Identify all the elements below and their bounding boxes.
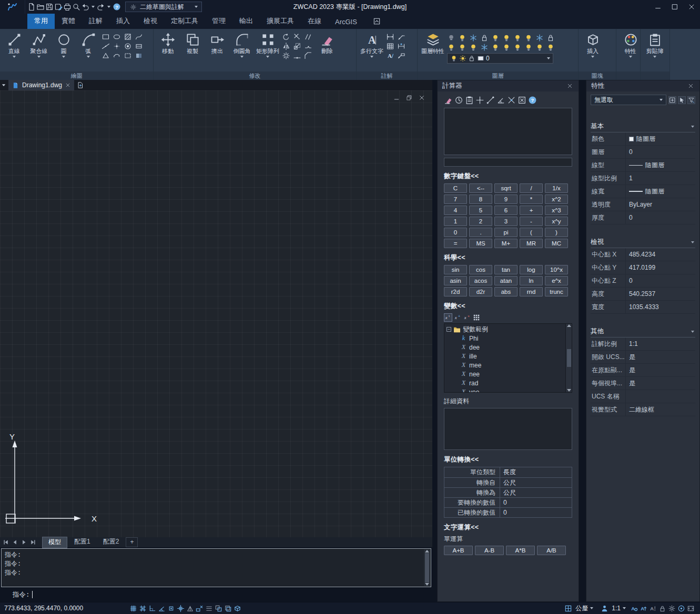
block-group-label[interactable]: 圖塊 [579,71,616,80]
property-value[interactable]: 是 [625,364,695,376]
break-icon[interactable] [304,42,312,50]
help-icon[interactable]: ? [528,96,537,105]
annotation-group-label[interactable]: 註解 [357,71,417,80]
calc-sci-key-acos[interactable]: acos [469,276,492,285]
ribbon-button-layer-properties[interactable]: 圖層特性 [420,31,445,55]
otrack-icon[interactable] [177,605,185,612]
units-header[interactable]: 單位轉換<< [444,455,572,464]
layer-current-icon[interactable] [447,43,455,52]
layer-on-all-icon[interactable] [513,34,522,42]
edit-variable-icon[interactable]: x+ [453,313,462,322]
calc-key-0[interactable]: 0 [444,228,467,237]
layer-previous-icon[interactable] [502,34,511,42]
property-value[interactable]: 1:1 [625,337,695,350]
add-layout-button[interactable]: + [126,537,138,547]
layout-tab-2[interactable]: 配置2 [97,537,125,548]
calculator-title-bar[interactable]: 計算器 [438,80,579,91]
ribbon-tab-6[interactable]: 管理 [205,14,232,29]
ribbon-button-fillet[interactable]: 倒圓角 [230,31,253,58]
ribbon-button-insert-block[interactable]: 插入 [581,31,604,58]
ribbon-tab-9[interactable]: 在線 [301,14,328,29]
layout-tab-1[interactable]: 配置1 [68,537,96,548]
calc-sci-key-ln[interactable]: ln [520,276,543,285]
grid-icon[interactable] [129,605,137,612]
osnap-icon[interactable] [167,605,175,612]
property-value[interactable]: 1 [625,172,695,185]
variables-tree[interactable]: −變數範例kPhiXdeeXilleXmeeXneeXradXvee [444,323,572,393]
variables-tree-root[interactable]: −變數範例 [447,325,564,334]
point-icon[interactable] [113,42,121,50]
calc-sci-key-rnd[interactable]: rnd [520,287,543,296]
calc-key-7[interactable]: 7 [444,195,467,204]
rotate-icon[interactable] [282,33,290,41]
text-op-ab[interactable]: A*B [506,546,535,555]
scroll-up-icon[interactable] [425,550,429,552]
calc-point-icon[interactable] [475,96,484,105]
layer-fade-icon[interactable] [513,43,522,52]
calc-distance-icon[interactable] [486,96,495,105]
ribbon-tab-7[interactable]: 輸出 [232,14,260,29]
property-value[interactable]: 0 [625,211,695,224]
variable-item-nee[interactable]: Xnee [447,370,564,378]
delete-variable-icon[interactable]: x× [463,313,471,322]
numpad-header[interactable]: 數字鍵盤<< [444,172,572,181]
table-icon[interactable] [386,42,394,50]
property-value[interactable]: 二維線框 [625,403,695,416]
calculator-input[interactable] [444,158,572,167]
rectangle-icon[interactable] [102,33,110,41]
ribbon-tab-10[interactable]: ArcGIS [328,15,364,29]
construction-line-icon[interactable] [102,42,110,50]
tree-expander-icon[interactable]: − [447,327,451,332]
calc-history-icon[interactable] [454,96,463,105]
property-value[interactable]: 隨圖層 [625,159,695,171]
draw-group-label[interactable]: 繪圖 [0,71,153,80]
layer-unlock-icon[interactable] [546,34,555,42]
save-icon[interactable] [45,3,54,11]
calc-sci-key-atan[interactable]: atan [494,276,518,285]
text-op-ab[interactable]: A-B [475,546,504,555]
calc-key-pi[interactable]: pi [494,228,518,237]
calc-clear-icon[interactable] [444,96,453,105]
scroll-down-icon[interactable] [567,389,571,392]
calc-sci-key-asin[interactable]: asin [444,276,467,285]
layer-bridge-icon[interactable] [535,43,544,52]
ribbon-button-palette[interactable]: 特性 [619,31,642,58]
calc-key-6[interactable]: 6 [494,206,518,215]
calc-key-r2c3[interactable]: + [520,206,543,215]
ribbon-tab-5[interactable]: 定制工具 [164,14,205,29]
layer-thaw-all-icon[interactable] [535,34,544,42]
text-op-ab[interactable]: A+B [444,546,473,555]
command-history[interactable]: 指令:指令:指令: [1,548,431,587]
calc-key-2[interactable]: 2 [469,217,492,226]
variable-item-mee[interactable]: Xmee [447,361,564,370]
calc-intersection-icon[interactable] [507,96,516,105]
calc-close-icon[interactable] [518,96,526,105]
region-icon[interactable] [135,42,143,50]
units-dropdown[interactable]: 公釐 [561,603,595,613]
tree-scrollbar[interactable] [565,324,572,392]
ribbon-button-erase[interactable]: 刪除 [316,31,339,55]
calc-key-x3[interactable]: x^3 [545,206,568,215]
chamfer-icon[interactable] [304,52,312,60]
property-group-header-1[interactable]: 檢視 [591,237,695,248]
help-icon[interactable]: ? [113,3,121,11]
undo-icon[interactable] [81,3,89,11]
cycling-icon[interactable] [224,605,232,612]
command-prompt[interactable]: 指令: [1,589,431,600]
ribbon-button-arc[interactable]: 弧 [77,31,100,58]
calc-key-x2[interactable]: x^2 [545,195,568,204]
scroll-down-icon[interactable] [425,583,429,586]
text-style-icon[interactable]: A [386,52,394,60]
ellipse-icon[interactable] [113,33,121,41]
calc-sci-key-log[interactable]: log [520,265,543,274]
lock-ui-icon[interactable] [658,605,666,612]
revcloud-icon[interactable] [113,52,121,60]
minimize-button[interactable] [650,0,666,14]
property-value[interactable]: 1035.4333 [625,301,695,313]
drawing-canvas[interactable]: Y X [0,90,432,537]
select-objects-icon[interactable] [678,96,686,104]
ribbon-button-polyline[interactable]: 聚合線 [27,31,50,58]
calc-key-4[interactable]: 4 [444,206,467,215]
calc-key-mr[interactable]: MR [520,239,543,248]
gradient-icon[interactable] [135,52,143,60]
